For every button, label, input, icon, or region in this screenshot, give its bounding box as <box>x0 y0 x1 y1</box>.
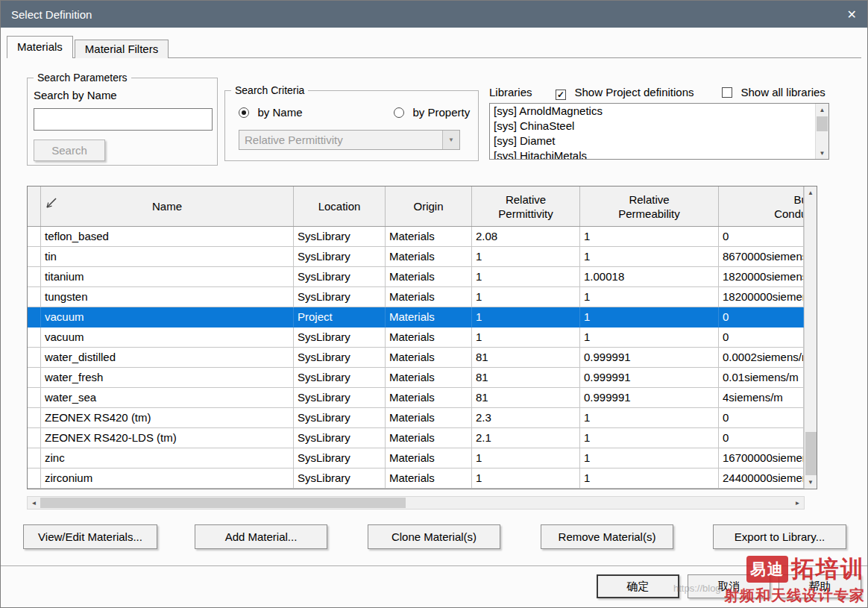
row-selector-cell[interactable] <box>28 267 41 287</box>
cell-location[interactable]: SysLibrary <box>294 368 386 388</box>
cell-permittivity[interactable]: 1 <box>472 327 580 348</box>
search-name-input[interactable] <box>34 108 213 131</box>
table-horizontal-scrollbar[interactable]: ◄ ► <box>27 496 805 510</box>
cell-location[interactable]: SysLibrary <box>294 267 386 287</box>
cell-name[interactable]: tungsten <box>41 287 294 307</box>
property-dropdown[interactable]: Relative Permittivity ▼ <box>239 130 460 150</box>
column-header-name[interactable]: Name <box>41 187 294 226</box>
table-vertical-scrollbar[interactable]: ▲ ▼ <box>804 187 817 489</box>
table-row[interactable]: vacuumSysLibraryMaterials110 <box>28 327 804 348</box>
cell-permeability[interactable]: 1 <box>580 408 719 428</box>
cell-permeability[interactable]: 0.999991 <box>580 388 719 408</box>
scroll-up-icon[interactable]: ▲ <box>816 104 828 116</box>
library-item[interactable]: [sys] Diamet <box>490 134 828 148</box>
cell-name[interactable]: water_fresh <box>41 368 294 388</box>
libraries-list[interactable]: [sys] ArnoldMagnetics[sys] ChinaSteel[sy… <box>489 103 829 160</box>
tab-material-filters[interactable]: Material Filters <box>75 40 169 58</box>
cancel-button[interactable]: 取消 <box>688 574 770 598</box>
column-header-bulk-conductivity[interactable]: Bulk Conductivity <box>719 187 804 226</box>
cell-permeability[interactable]: 1 <box>580 287 719 307</box>
cell-origin[interactable]: Materials <box>386 428 472 448</box>
table-row[interactable]: tinSysLibraryMaterials118670000siemens/m <box>28 247 804 267</box>
table-row[interactable]: water_seaSysLibraryMaterials810.9999914s… <box>28 388 804 408</box>
checkbox-icon[interactable] <box>722 87 732 98</box>
cell-conductivity[interactable]: 0.01siemens/m <box>719 368 804 388</box>
column-header-relative-permittivity[interactable]: Relative Permittivity <box>472 187 580 226</box>
search-button[interactable]: Search <box>34 140 105 161</box>
scrollbar-thumb[interactable] <box>817 116 828 131</box>
row-selector-cell[interactable] <box>28 327 41 348</box>
cell-location[interactable]: SysLibrary <box>294 247 386 267</box>
cell-conductivity[interactable]: 0 <box>719 408 804 428</box>
cell-permeability[interactable]: 1 <box>580 227 719 247</box>
row-selector-cell[interactable] <box>28 348 41 368</box>
table-row[interactable]: water_freshSysLibraryMaterials810.999991… <box>28 368 804 388</box>
column-header-location[interactable]: Location <box>294 187 386 226</box>
show-project-definitions-checkbox[interactable]: Show Project definitions <box>556 86 694 100</box>
by-name-radio[interactable]: by Name <box>239 106 302 119</box>
scrollbar-thumb[interactable] <box>40 498 406 508</box>
cell-origin[interactable]: Materials <box>386 247 472 267</box>
cell-permittivity[interactable]: 81 <box>472 368 580 388</box>
cell-origin[interactable]: Materials <box>386 368 472 388</box>
cell-conductivity[interactable]: 18200000siemens/m <box>719 287 804 307</box>
cell-permittivity[interactable]: 2.3 <box>472 408 580 428</box>
close-icon[interactable]: ✕ <box>834 7 857 22</box>
chevron-down-icon[interactable]: ▼ <box>442 131 459 149</box>
row-selector-cell[interactable] <box>28 368 41 388</box>
library-item[interactable]: [sys] ChinaSteel <box>490 119 828 134</box>
scroll-down-icon[interactable]: ▼ <box>816 147 828 159</box>
scrollbar-thumb[interactable] <box>805 432 817 475</box>
table-row[interactable]: water_distilledSysLibraryMaterials810.99… <box>28 348 804 368</box>
by-property-radio[interactable]: by Property <box>394 106 470 119</box>
row-selector-header[interactable] <box>28 187 41 226</box>
cell-conductivity[interactable]: 0 <box>719 327 804 348</box>
cell-permittivity[interactable]: 1 <box>472 287 580 307</box>
scroll-left-icon[interactable]: ◄ <box>28 497 40 509</box>
cell-permittivity[interactable]: 81 <box>472 348 580 368</box>
scroll-up-icon[interactable]: ▲ <box>805 187 817 199</box>
cell-origin[interactable]: Materials <box>386 348 472 368</box>
column-header-origin[interactable]: Origin <box>386 187 472 226</box>
cell-conductivity[interactable]: 0.0002siemens/m <box>719 348 804 368</box>
cell-permittivity[interactable]: 1 <box>472 468 580 489</box>
table-row[interactable]: zincSysLibraryMaterials1116700000siemens… <box>28 448 804 468</box>
radio-icon[interactable] <box>394 107 404 118</box>
cell-location[interactable]: SysLibrary <box>294 348 386 368</box>
cell-conductivity[interactable]: 0 <box>719 428 804 448</box>
cell-permeability[interactable]: 1 <box>580 307 719 327</box>
cell-conductivity[interactable]: 8670000siemens/m <box>719 247 804 267</box>
cell-conductivity[interactable]: 24400000siemens/m <box>719 468 804 489</box>
cell-permeability[interactable]: 1 <box>580 468 719 489</box>
table-row[interactable]: ZEONEX RS420 (tm)SysLibraryMaterials2.31… <box>28 408 804 428</box>
cell-permeability[interactable]: 1 <box>580 428 719 448</box>
cell-name[interactable]: titanium <box>41 267 294 287</box>
cell-location[interactable]: Project <box>294 307 386 327</box>
cell-origin[interactable]: Materials <box>386 227 472 247</box>
cell-origin[interactable]: Materials <box>386 448 472 468</box>
row-selector-cell[interactable] <box>28 448 41 468</box>
cell-location[interactable]: SysLibrary <box>294 468 386 489</box>
cell-permeability[interactable]: 0.999991 <box>580 368 719 388</box>
checkbox-icon[interactable] <box>556 90 566 100</box>
row-selector-cell[interactable] <box>28 247 41 267</box>
column-header-relative-permeability[interactable]: Relative Permeability <box>580 187 719 226</box>
cell-location[interactable]: SysLibrary <box>294 428 386 448</box>
library-item[interactable]: [sys] ArnoldMagnetics <box>490 104 828 119</box>
cell-location[interactable]: SysLibrary <box>294 408 386 428</box>
cell-name[interactable]: ZEONEX RS420-LDS (tm) <box>41 428 294 448</box>
cell-conductivity[interactable]: 1820000siemens/m <box>719 267 804 287</box>
cell-origin[interactable]: Materials <box>386 307 472 327</box>
export-to-library-button[interactable]: Export to Library... <box>713 524 846 549</box>
cell-permittivity[interactable]: 1 <box>472 247 580 267</box>
cell-permittivity[interactable]: 1 <box>472 307 580 327</box>
cell-permittivity[interactable]: 1 <box>472 267 580 287</box>
cell-permeability[interactable]: 1.00018 <box>580 267 719 287</box>
cell-name[interactable]: vacuum <box>41 327 294 348</box>
cell-name[interactable]: zirconium <box>41 468 294 489</box>
library-item[interactable]: [sys] HitachiMetals <box>490 148 828 160</box>
show-all-libraries-checkbox[interactable]: Show all libraries <box>722 86 825 99</box>
titlebar[interactable]: Select Definition ✕ <box>1 1 867 28</box>
cell-name[interactable]: water_sea <box>41 388 294 408</box>
row-selector-cell[interactable] <box>28 307 41 327</box>
